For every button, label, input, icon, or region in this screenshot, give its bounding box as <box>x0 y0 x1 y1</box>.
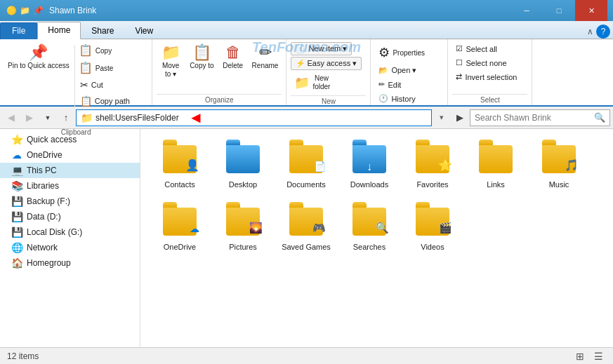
backup-label: Backup (F:) <box>27 196 70 206</box>
tab-home[interactable]: Home <box>37 22 81 39</box>
edit-button[interactable]: ✏ Edit <box>375 78 404 91</box>
sidebar: ⭐ Quick access ☁ OneDrive 💻 This PC 📚 Li… <box>0 129 140 347</box>
file-label-searches: Searches <box>353 243 385 252</box>
list-item[interactable]: 👤 Contacts <box>152 137 208 193</box>
easy-access-button[interactable]: ⚡ Easy access ▾ <box>291 57 362 70</box>
localdisk-label: Local Disk (G:) <box>27 227 82 237</box>
file-icon-pictures: 🌄 <box>225 203 261 240</box>
move-to-button[interactable]: 📁 Moveto ▾ <box>157 42 185 81</box>
tab-share[interactable]: Share <box>81 22 124 39</box>
copy-button[interactable]: 📋 Copy <box>77 42 147 59</box>
homegroup-label: Homegroup <box>27 258 71 268</box>
close-button[interactable]: ✕ <box>575 0 607 21</box>
search-input[interactable] <box>475 113 591 123</box>
pin-icon: 📌 <box>29 45 48 60</box>
file-icon-videos: 🎬 <box>414 203 451 240</box>
open-group: ⚙ Properties 📂 Open ▾ ✏ Edit 🕐 History O… <box>371 39 448 105</box>
history-icon: 🕐 <box>378 94 388 103</box>
sidebar-item-data[interactable]: 💾 Data (D:) <box>0 209 140 224</box>
ribbon-collapse[interactable]: ∧ <box>587 27 593 36</box>
sidebar-item-network[interactable]: 🌐 Network <box>0 240 140 255</box>
address-dropdown-button[interactable]: ▾ <box>433 109 450 126</box>
sidebar-item-thispc[interactable]: 💻 This PC <box>0 163 140 178</box>
file-icon-onedrive: ☁ <box>162 203 198 240</box>
sidebar-item-onedrive[interactable]: ☁ OneDrive <box>0 147 140 163</box>
network-icon: 🌐 <box>11 242 22 253</box>
copy-to-button[interactable]: 📋 Copy to <box>186 42 217 73</box>
up-directory-button[interactable]: ↑ <box>58 109 74 126</box>
organize-group: 📁 Moveto ▾ 📋 Copy to 🗑 Delete ✏ Rename O… <box>152 39 286 105</box>
move-to-icon: 📁 <box>162 45 180 60</box>
file-icon-searches: 🔍 <box>351 203 388 240</box>
new-item-button[interactable]: 📄 New item ▾ <box>291 42 352 55</box>
file-icon-music: 🎵 <box>541 141 577 177</box>
minimize-button[interactable]: ─ <box>510 0 543 21</box>
thispc-icon: 💻 <box>11 165 22 176</box>
help-button[interactable]: ? <box>596 25 610 39</box>
cut-icon: ✂ <box>80 79 88 90</box>
list-item[interactable]: ☁ OneDrive <box>152 200 208 255</box>
paste-button[interactable]: 📋 Paste <box>77 60 147 76</box>
list-item[interactable]: ⭐ Favorites <box>404 137 461 193</box>
search-icon: 🔍 <box>594 112 605 123</box>
window-title: Shawn Brink <box>49 6 508 15</box>
view-icons-button[interactable]: ⊞ <box>572 349 588 363</box>
new-folder-button[interactable]: 📁 Newfolder <box>291 72 340 94</box>
select-none-button[interactable]: ☐ Select none <box>452 56 510 69</box>
select-all-button[interactable]: ☑ Select all <box>452 42 501 55</box>
main-area: ⭐ Quick access ☁ OneDrive 💻 This PC 📚 Li… <box>0 129 613 347</box>
paste-icon: 📋 <box>79 62 93 74</box>
sidebar-item-homegroup[interactable]: 🏠 Homegroup <box>0 255 140 271</box>
file-label-downloads: Downloads <box>350 180 388 189</box>
file-label-music: Music <box>549 180 569 189</box>
list-item[interactable]: 🎬 Videos <box>404 200 461 255</box>
file-icon-contacts: 👤 <box>162 141 198 177</box>
address-box[interactable]: 📁 shell:UsersFilesFolder <box>76 109 432 126</box>
homegroup-icon: 🏠 <box>11 257 22 269</box>
history-button[interactable]: 🕐 History <box>375 92 418 105</box>
ribbon: 📌 Pin to Quick access 📋 Copy 📋 Paste ✂ C… <box>0 39 613 107</box>
list-item[interactable]: 🎵 Music <box>531 137 587 193</box>
search-box[interactable]: 🔍 <box>470 109 610 126</box>
list-item[interactable]: Desktop <box>215 137 271 193</box>
organize-content: 📁 Moveto ▾ 📋 Copy to 🗑 Delete ✏ Rename <box>157 42 282 93</box>
delete-button[interactable]: 🗑 Delete <box>219 42 247 72</box>
file-icon-favorites: ⭐ <box>414 141 451 177</box>
file-label-documents: Documents <box>286 180 326 189</box>
properties-button[interactable]: ⚙ Properties <box>375 42 438 63</box>
tab-view[interactable]: View <box>124 22 164 39</box>
address-text: shell:UsersFilesFolder <box>95 113 427 123</box>
view-details-button[interactable]: ☰ <box>591 349 606 363</box>
invert-selection-button[interactable]: ⇄ Invert selection <box>452 70 520 83</box>
list-item[interactable]: 🔍 Searches <box>341 200 397 255</box>
copy-to-icon: 📋 <box>192 45 211 60</box>
new-folder-icon: 📁 <box>294 76 310 89</box>
title-icon-2: 📁 <box>19 5 30 16</box>
list-item[interactable]: 📄 Documents <box>278 137 334 193</box>
tab-file[interactable]: File <box>0 22 37 39</box>
list-item[interactable]: Links <box>468 137 524 193</box>
window-controls: ─ □ ✕ <box>510 0 607 21</box>
list-item[interactable]: 🌄 Pictures <box>215 200 271 255</box>
ribbon-tabs: File Home Share View ∧ ? <box>0 21 613 39</box>
cut-button[interactable]: ✂ Cut <box>77 77 147 93</box>
address-forward-button[interactable]: ▶ <box>451 109 468 126</box>
quickaccess-label: Quick access <box>27 135 77 144</box>
libraries-label: Libraries <box>27 181 59 191</box>
sidebar-item-backup[interactable]: 💾 Backup (F:) <box>0 194 140 209</box>
sidebar-item-libraries[interactable]: 📚 Libraries <box>0 178 140 194</box>
network-label: Network <box>27 243 58 252</box>
open-button[interactable]: 📂 Open ▾ <box>375 64 420 77</box>
forward-button[interactable]: ▶ <box>21 109 38 126</box>
list-item[interactable]: ↓ Downloads <box>341 137 397 193</box>
pin-button[interactable]: 📌 Pin to Quick access <box>4 42 73 73</box>
maximize-button[interactable]: □ <box>543 0 575 21</box>
rename-button[interactable]: ✏ Rename <box>249 42 282 72</box>
back-button[interactable]: ◀ <box>3 109 20 126</box>
file-icon-desktop <box>225 141 261 177</box>
title-icon-1: 🟡 <box>6 5 17 16</box>
list-item[interactable]: 🎮 Saved Games <box>278 200 334 255</box>
new-group: 📄 New item ▾ ⚡ Easy access ▾ 📁 Newfolder… <box>286 39 371 105</box>
recent-locations-button[interactable]: ▼ <box>39 109 56 126</box>
sidebar-item-localdisk[interactable]: 💾 Local Disk (G:) <box>0 224 140 240</box>
